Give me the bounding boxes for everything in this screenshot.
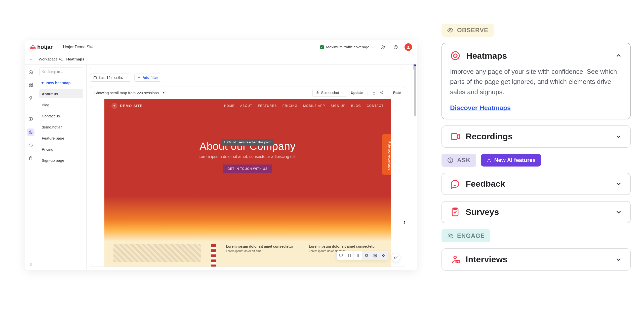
chevron-down-icon bbox=[371, 46, 374, 49]
sidebar-item-feature-page[interactable]: Feature page bbox=[39, 134, 83, 143]
svg-point-15 bbox=[317, 92, 318, 93]
product-cards: OBSERVE Heatmaps Improve any page of you… bbox=[441, 24, 631, 271]
chevron-down-icon bbox=[341, 91, 344, 94]
svg-rect-21 bbox=[357, 254, 358, 257]
demo-site-name: DEMO SITE bbox=[120, 104, 143, 108]
sparkle-icon bbox=[365, 253, 369, 257]
device-phone[interactable] bbox=[354, 251, 362, 260]
device-desktop[interactable] bbox=[337, 251, 345, 260]
rail-surveys[interactable] bbox=[27, 155, 34, 162]
expand-button[interactable] bbox=[615, 209, 622, 216]
toggle-labels[interactable] bbox=[362, 251, 371, 260]
rail-recordings[interactable] bbox=[27, 115, 34, 123]
new-heatmap-button[interactable]: New heatmap bbox=[39, 78, 83, 87]
hotjar-app: ⁂ hotjar Hotjar Demo Site ✓ Maximum traf… bbox=[25, 40, 417, 270]
sidebar-item-signup-page[interactable]: Sign-up page bbox=[39, 156, 83, 165]
card-surveys[interactable]: Surveys bbox=[441, 201, 631, 223]
chevron-down-icon bbox=[96, 46, 99, 49]
ask-tag: ASK bbox=[441, 154, 476, 167]
ai-label: New AI features bbox=[494, 157, 536, 163]
card-heatmaps[interactable]: Heatmaps Improve any page of your site w… bbox=[441, 43, 631, 119]
traffic-label: Maximum traffic coverage bbox=[326, 45, 369, 49]
demo-hero-cta: GET IN TOUCH WITH US bbox=[223, 165, 272, 173]
demo-col1-title: Lorem ipsum dolor sit amet consectetur bbox=[226, 244, 299, 248]
ai-badge[interactable]: New AI features bbox=[481, 154, 541, 167]
rail-dashboards[interactable] bbox=[27, 81, 34, 89]
svg-rect-6 bbox=[29, 85, 30, 87]
breadcrumb-workspace[interactable]: Workspace #1 bbox=[39, 57, 63, 61]
device-bar bbox=[336, 251, 388, 260]
rail-feedback[interactable] bbox=[27, 142, 34, 149]
invite-user-button[interactable] bbox=[379, 43, 387, 51]
help-button[interactable] bbox=[392, 43, 399, 51]
date-range-filter[interactable]: Last 12 months bbox=[90, 74, 131, 82]
sidebar-item-blog[interactable]: Blog bbox=[39, 100, 83, 109]
search-icon bbox=[42, 70, 46, 74]
sidebar-item-about-us[interactable]: About us bbox=[39, 89, 83, 98]
observe-label: OBSERVE bbox=[457, 27, 488, 34]
add-filter-button[interactable]: Add filter bbox=[134, 74, 161, 82]
collapse-button[interactable] bbox=[615, 52, 622, 59]
card-feedback[interactable]: Feedback bbox=[441, 173, 631, 195]
heatmap-preview: ✦ DEMO SITE HOME ABOUT FEATURES PRICING … bbox=[104, 99, 391, 267]
rate-experience-tab[interactable]: Rate your experience bbox=[382, 134, 391, 175]
download-icon bbox=[372, 91, 376, 95]
sidebar-item-demo-hotjar[interactable]: demo.hotjar bbox=[39, 122, 83, 132]
feedback-icon bbox=[450, 179, 460, 189]
desktop-icon bbox=[339, 253, 343, 257]
scrollbar[interactable] bbox=[413, 64, 417, 270]
surveys-icon bbox=[450, 207, 460, 217]
search-input[interactable]: Jump to... bbox=[39, 68, 83, 76]
layers-icon bbox=[373, 253, 377, 257]
rate-button[interactable]: Rate bbox=[393, 91, 401, 95]
svg-point-30 bbox=[451, 235, 452, 236]
screenshot-button[interactable]: Screenshot bbox=[312, 89, 347, 97]
share-button[interactable] bbox=[380, 91, 384, 95]
update-button[interactable]: Update bbox=[351, 91, 363, 95]
rail-heatmaps[interactable] bbox=[27, 128, 34, 136]
rail-home[interactable] bbox=[27, 68, 34, 76]
svg-point-24 bbox=[454, 54, 457, 57]
card-recordings[interactable]: Recordings bbox=[441, 125, 631, 148]
reach-tag: 100% of users reached this point bbox=[221, 139, 274, 146]
demo-hero-sub: Lorem ipsum dolor sit amet, consectetur … bbox=[104, 154, 391, 159]
card-interviews-title: Interviews bbox=[466, 254, 507, 264]
card-heatmaps-title: Heatmaps bbox=[466, 51, 507, 61]
heatmap-icon bbox=[28, 130, 33, 135]
copy-link-button[interactable] bbox=[391, 253, 400, 262]
back-button[interactable]: ← bbox=[29, 57, 35, 61]
svg-rect-5 bbox=[31, 83, 32, 84]
expand-button[interactable] bbox=[615, 180, 622, 187]
date-range-label: Last 12 months bbox=[99, 76, 123, 80]
home-icon bbox=[28, 70, 33, 74]
svg-point-12 bbox=[43, 71, 45, 73]
demo-nav-home: HOME bbox=[224, 104, 235, 108]
svg-point-22 bbox=[450, 29, 451, 31]
play-icon[interactable] bbox=[162, 91, 165, 94]
device-tablet[interactable] bbox=[345, 251, 354, 260]
collapse-icon bbox=[28, 262, 33, 267]
svg-point-16 bbox=[380, 92, 381, 93]
sidebar-item-pricing[interactable]: Pricing bbox=[39, 145, 83, 154]
recordings-icon bbox=[450, 132, 460, 142]
avatar[interactable] bbox=[405, 43, 412, 51]
expand-button[interactable] bbox=[615, 133, 622, 140]
rail-collapse[interactable] bbox=[27, 263, 34, 270]
demo-thumb bbox=[113, 244, 201, 262]
toggle-rage[interactable] bbox=[379, 251, 388, 260]
site-selector[interactable]: Hotjar Demo Site bbox=[58, 40, 99, 54]
download-button[interactable] bbox=[372, 91, 376, 95]
card-interviews[interactable]: Interviews bbox=[441, 248, 631, 271]
card-heatmaps-link[interactable]: Discover Heatmaps bbox=[450, 104, 511, 112]
demo-col2-title: Lorem ipsum dolor sit amet consectetur bbox=[309, 244, 382, 248]
svg-point-0 bbox=[382, 46, 383, 47]
svg-rect-7 bbox=[31, 85, 32, 87]
toggle-grid[interactable] bbox=[371, 251, 379, 260]
traffic-indicator[interactable]: ✓ Maximum traffic coverage bbox=[320, 45, 374, 49]
expand-button[interactable] bbox=[615, 256, 622, 263]
observe-tag: OBSERVE bbox=[441, 24, 494, 37]
sidebar-item-contact-us[interactable]: Contact us bbox=[39, 111, 83, 120]
svg-point-10 bbox=[30, 132, 31, 133]
rail-highlights[interactable] bbox=[27, 94, 34, 102]
new-heatmap-label: New heatmap bbox=[46, 81, 71, 85]
